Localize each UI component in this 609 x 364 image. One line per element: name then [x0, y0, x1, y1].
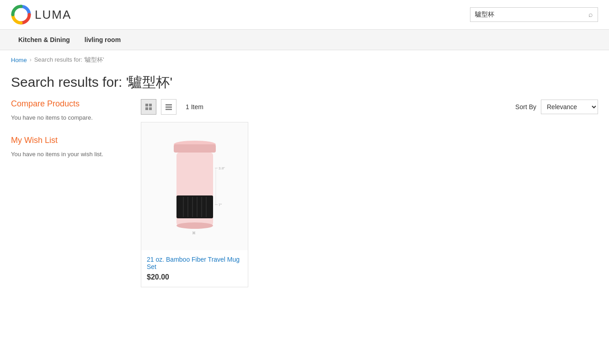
svg-point-18 [176, 222, 213, 229]
svg-rect-9 [174, 144, 216, 153]
product-price: $20.00 [147, 273, 242, 281]
compare-products-section: Compare Products You have no items to co… [11, 99, 130, 123]
svg-text:7": 7" [219, 203, 222, 207]
svg-rect-7 [166, 109, 172, 110]
product-image: ⌘ 3.8" 7" [158, 127, 231, 246]
product-name[interactable]: 21 oz. Bamboo Fiber Travel Mug Set [147, 256, 242, 270]
breadcrumb-separator: › [30, 57, 32, 63]
product-image-wrap: ⌘ 3.8" 7" [141, 122, 248, 250]
main-nav: Kitchen & Dining livling room [0, 30, 609, 50]
svg-rect-1 [145, 104, 148, 106]
search-bar: ⌕ [470, 7, 598, 22]
wishlist-title: My Wish List [11, 136, 130, 145]
wishlist-section: My Wish List You have no items in your w… [11, 136, 130, 159]
content-area: 1 Item Sort By Relevance Price Name [141, 99, 598, 287]
svg-rect-4 [149, 107, 152, 110]
sort-label: Sort By [515, 103, 536, 111]
grid-icon [145, 103, 152, 111]
product-details: 21 oz. Bamboo Fiber Travel Mug Set $20.0… [141, 250, 248, 287]
page-title: Search results for: '驢型杯' [0, 69, 609, 99]
breadcrumb-current: Search results for: '驢型杯' [34, 56, 104, 64]
svg-rect-6 [166, 106, 172, 108]
compare-products-title: Compare Products [11, 99, 130, 109]
search-button[interactable]: ⌕ [588, 11, 593, 19]
wishlist-text: You have no items in your wish list. [11, 150, 130, 159]
logo-text: LUMA [35, 8, 71, 22]
sort-select[interactable]: Relevance Price Name [541, 100, 598, 114]
main-layout: Compare Products You have no items to co… [0, 99, 609, 287]
product-card[interactable]: ⌘ 3.8" 7" 21 oz. Bamboo Fiber Travel Mug… [141, 122, 248, 287]
svg-text:3.8": 3.8" [219, 166, 225, 170]
toolbar-right: Sort By Relevance Price Name [515, 100, 598, 114]
nav-item-kitchen[interactable]: Kitchen & Dining [11, 30, 77, 50]
breadcrumb-home[interactable]: Home [11, 57, 27, 63]
toolbar-left: 1 Item [141, 99, 203, 115]
product-grid: ⌘ 3.8" 7" 21 oz. Bamboo Fiber Travel Mug… [141, 122, 598, 287]
list-icon [165, 103, 172, 111]
toolbar: 1 Item Sort By Relevance Price Name [141, 99, 598, 115]
logo-icon [11, 5, 31, 25]
svg-rect-11 [176, 195, 213, 218]
logo[interactable]: LUMA [11, 5, 71, 25]
breadcrumb: Home › Search results for: '驢型杯' [0, 50, 609, 69]
list-view-button[interactable] [161, 99, 176, 115]
grid-view-button[interactable] [141, 99, 156, 115]
site-header: LUMA ⌕ [0, 0, 609, 30]
search-input[interactable] [475, 11, 588, 18]
compare-products-text: You have no items to compare. [11, 113, 130, 123]
svg-rect-3 [145, 107, 148, 110]
nav-item-living[interactable]: livling room [77, 30, 128, 50]
sidebar: Compare Products You have no items to co… [11, 99, 130, 287]
svg-rect-5 [166, 104, 172, 106]
svg-text:⌘: ⌘ [192, 231, 196, 235]
item-count: 1 Item [186, 103, 203, 111]
svg-rect-2 [149, 104, 152, 106]
